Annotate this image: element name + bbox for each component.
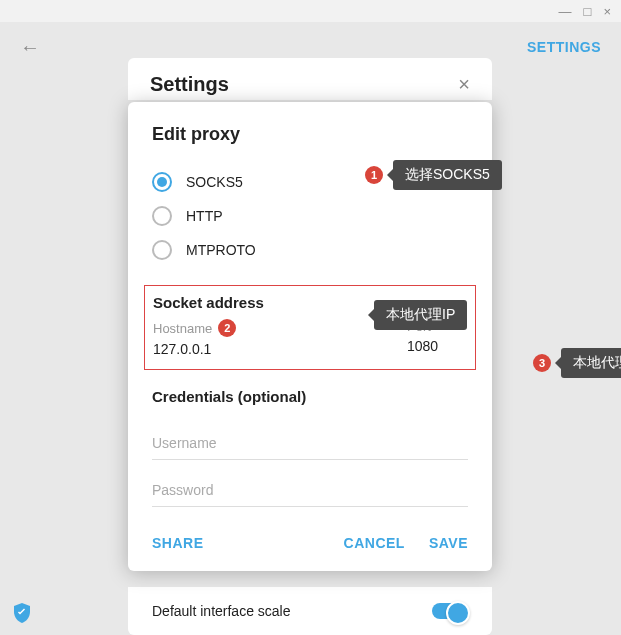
modal-overlay: Edit proxy SOCKS5 HTTP MTPROTO Socket ad… (0, 0, 621, 635)
annotation-badge-1: 1 (365, 166, 383, 184)
annotation-badge-3: 3 (533, 354, 551, 372)
username-input[interactable] (152, 427, 468, 460)
save-button[interactable]: SAVE (429, 531, 468, 555)
radio-icon (152, 172, 172, 192)
cancel-button[interactable]: CANCEL (344, 531, 405, 555)
radio-icon (152, 240, 172, 260)
radio-http[interactable]: HTTP (152, 199, 468, 233)
radio-label: MTPROTO (186, 242, 256, 258)
hostname-label: Hostname (153, 321, 212, 336)
radio-icon (152, 206, 172, 226)
modal-title: Edit proxy (152, 124, 468, 145)
annotation-tip-1: 选择SOCKS5 (393, 160, 502, 190)
hostname-field[interactable]: Hostname 2 127.0.0.1 (153, 319, 387, 357)
share-button[interactable]: SHARE (152, 531, 204, 555)
annotation-badge-2: 2 (218, 319, 236, 337)
annotation-3: 3 本地代理默认端口 (533, 348, 621, 378)
credentials-title: Credentials (optional) (152, 388, 468, 405)
hostname-value: 127.0.0.1 (153, 341, 387, 357)
credentials-section: Credentials (optional) (152, 388, 468, 507)
port-value: 1080 (407, 338, 467, 354)
modal-footer: SHARE CANCEL SAVE (152, 531, 468, 555)
radio-label: SOCKS5 (186, 174, 243, 190)
password-input[interactable] (152, 474, 468, 507)
annotation-tip-2: 本地代理IP (374, 300, 467, 330)
radio-label: HTTP (186, 208, 223, 224)
radio-mtproto[interactable]: MTPROTO (152, 233, 468, 267)
annotation-tip-3: 本地代理默认端口 (561, 348, 621, 378)
annotation-1: 1 选择SOCKS5 (365, 160, 502, 190)
